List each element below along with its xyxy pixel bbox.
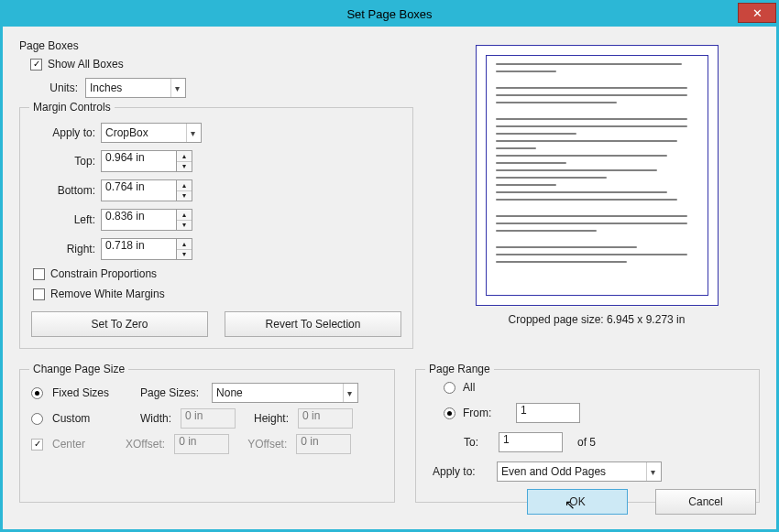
margin-apply-to-select[interactable]: CropBox ▾ [101, 123, 202, 143]
top-input[interactable]: 0.964 in [101, 150, 176, 172]
height-input[interactable]: 0 in [298, 408, 353, 429]
from-radio[interactable] [444, 407, 455, 419]
fixed-sizes-radio[interactable] [31, 387, 43, 399]
spin-down-icon[interactable]: ▾ [177, 162, 192, 172]
spin-down-icon[interactable]: ▾ [177, 191, 192, 201]
page-preview-inner [486, 55, 708, 296]
spin-down-icon[interactable]: ▾ [177, 250, 192, 260]
bottom-label: Bottom: [31, 184, 95, 197]
spin-up-icon[interactable]: ▴ [177, 180, 192, 191]
left-spinner[interactable]: 0.836 in ▴▾ [101, 209, 192, 231]
width-input[interactable]: 0 in [181, 408, 236, 429]
constrain-proportions-checkbox[interactable] [33, 268, 45, 280]
margin-controls-fieldset: Margin Controls Apply to: CropBox ▾ Top:… [19, 107, 413, 349]
left-input[interactable]: 0.836 in [101, 209, 176, 231]
bottom-spinner[interactable]: 0.764 in ▴▾ [101, 179, 192, 201]
center-checkbox [31, 439, 43, 451]
units-value: Inches [90, 81, 122, 94]
page-preview [476, 45, 719, 306]
page-range-fieldset: Page Range All From: 1 To: 1 of 5 Apply … [415, 369, 760, 503]
all-pages-label: All [463, 381, 475, 394]
of-label: of 5 [577, 436, 596, 449]
width-label: Width: [140, 412, 171, 425]
revert-to-selection-button[interactable]: Revert To Selection [225, 311, 401, 337]
left-label: Left: [31, 213, 95, 226]
chevron-down-icon: ▾ [170, 79, 183, 97]
to-input[interactable]: 1 [499, 432, 563, 452]
spin-down-icon[interactable]: ▾ [177, 221, 192, 231]
height-label: Height: [254, 412, 289, 425]
center-label: Center [52, 438, 116, 451]
page-range-legend: Page Range [425, 363, 494, 375]
all-pages-radio[interactable] [444, 382, 455, 394]
remove-white-margins-checkbox[interactable] [33, 288, 45, 300]
chevron-down-icon: ▾ [646, 462, 659, 481]
spin-up-icon[interactable]: ▴ [177, 151, 192, 162]
margin-controls-legend: Margin Controls [29, 101, 115, 114]
to-label: To: [464, 436, 491, 449]
page-sizes-label: Page Sizes: [140, 386, 199, 399]
remove-white-margins-label: Remove White Margins [50, 288, 165, 300]
revert-to-selection-label: Revert To Selection [266, 318, 361, 331]
change-page-size-fieldset: Change Page Size Fixed Sizes Page Sizes:… [19, 369, 395, 503]
right-input[interactable]: 0.718 in [101, 238, 176, 260]
page-sizes-value: None [216, 386, 243, 399]
show-all-boxes-checkbox[interactable] [30, 59, 42, 71]
close-button[interactable]: ✕ [738, 3, 776, 23]
from-input[interactable]: 1 [516, 403, 580, 423]
preview-caption: Cropped page size: 6.945 x 9.273 in [433, 313, 760, 326]
range-apply-to-label: Apply to: [433, 465, 489, 478]
cancel-button[interactable]: Cancel [655, 489, 756, 515]
close-icon: ✕ [752, 6, 763, 20]
apply-to-label: Apply to: [31, 126, 95, 139]
yoffset-label: YOffset: [247, 438, 287, 451]
spin-up-icon[interactable]: ▴ [177, 210, 192, 221]
constrain-proportions-label: Constrain Proportions [50, 267, 157, 280]
fixed-sizes-label: Fixed Sizes [52, 386, 131, 399]
dialog-window: Set Page Boxes ✕ Page Boxes Show All Box… [0, 0, 779, 532]
chevron-down-icon: ▾ [343, 384, 356, 402]
show-all-boxes-label: Show All Boxes [48, 58, 124, 71]
set-to-zero-label: Set To Zero [92, 318, 148, 331]
page-sizes-select[interactable]: None ▾ [212, 383, 358, 403]
units-select[interactable]: Inches ▾ [85, 78, 186, 98]
units-label: Units: [30, 81, 78, 94]
bottom-input[interactable]: 0.764 in [101, 179, 176, 201]
titlebar: Set Page Boxes ✕ [3, 3, 776, 27]
right-spinner[interactable]: 0.718 in ▴▾ [101, 238, 192, 260]
margin-apply-to-value: CropBox [105, 126, 148, 139]
range-apply-to-select[interactable]: Even and Odd Pages ▾ [497, 461, 662, 482]
window-title: Set Page Boxes [346, 7, 432, 21]
xoffset-label: XOffset: [126, 438, 165, 451]
top-spinner[interactable]: 0.964 in ▴▾ [101, 150, 192, 172]
top-label: Top: [31, 155, 95, 168]
range-apply-to-value: Even and Odd Pages [501, 465, 606, 478]
page-boxes-label: Page Boxes [19, 39, 413, 52]
change-page-size-legend: Change Page Size [29, 363, 128, 375]
from-label: From: [463, 407, 509, 419]
spin-up-icon[interactable]: ▴ [177, 239, 192, 250]
ok-button[interactable]: OK ↖ [527, 489, 628, 515]
xoffset-input: 0 in [174, 434, 229, 454]
yoffset-input: 0 in [296, 434, 351, 454]
ok-label: OK [569, 495, 585, 508]
custom-label: Custom [52, 412, 131, 425]
set-to-zero-button[interactable]: Set To Zero [31, 311, 208, 337]
cancel-label: Cancel [688, 495, 722, 508]
right-label: Right: [31, 243, 95, 255]
chevron-down-icon: ▾ [186, 124, 199, 142]
custom-radio[interactable] [31, 413, 43, 425]
